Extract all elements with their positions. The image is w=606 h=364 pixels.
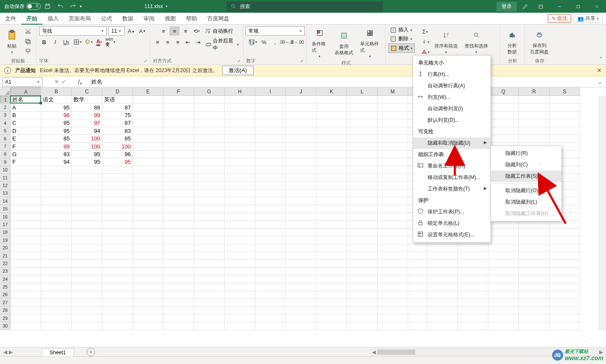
- cell[interactable]: [102, 244, 133, 252]
- cell-data[interactable]: 97: [72, 119, 102, 127]
- cell[interactable]: [133, 244, 163, 252]
- align-top-icon[interactable]: ≡: [158, 26, 169, 36]
- cell[interactable]: [133, 307, 163, 314]
- cell-data[interactable]: 96: [41, 112, 72, 119]
- cell[interactable]: [408, 299, 427, 306]
- cell[interactable]: [41, 260, 72, 267]
- cell[interactable]: [255, 127, 286, 135]
- cell[interactable]: [11, 260, 41, 267]
- maximize-button[interactable]: [569, 0, 587, 13]
- cell[interactable]: [316, 260, 347, 267]
- cell[interactable]: [194, 182, 225, 189]
- tab-帮助[interactable]: 帮助: [181, 13, 202, 25]
- select-all-corner[interactable]: [0, 87, 11, 96]
- cell-data[interactable]: 87: [102, 104, 133, 111]
- cell[interactable]: [550, 127, 580, 135]
- cell[interactable]: [255, 143, 286, 150]
- cell[interactable]: [225, 314, 255, 322]
- cell[interactable]: [550, 96, 580, 104]
- cell[interactable]: [378, 244, 408, 252]
- cell[interactable]: [133, 283, 163, 291]
- cell[interactable]: [316, 104, 347, 111]
- cell[interactable]: [378, 190, 408, 197]
- cell[interactable]: [427, 244, 458, 252]
- col-header-F[interactable]: F: [163, 87, 194, 96]
- cell[interactable]: [286, 166, 316, 174]
- cell[interactable]: [378, 268, 408, 275]
- row-header-6[interactable]: 6: [0, 135, 11, 143]
- cell[interactable]: [378, 158, 408, 166]
- tab-审阅[interactable]: 审阅: [138, 13, 160, 25]
- cell[interactable]: [11, 174, 41, 182]
- cell[interactable]: [102, 236, 133, 244]
- cell[interactable]: [194, 260, 225, 267]
- cell[interactable]: [255, 299, 286, 306]
- cell[interactable]: [225, 174, 255, 182]
- cell[interactable]: [163, 190, 194, 197]
- cell[interactable]: [255, 205, 286, 213]
- cell-data[interactable]: 100: [72, 143, 102, 150]
- cell[interactable]: [163, 236, 194, 244]
- cell[interactable]: [488, 104, 519, 111]
- cell[interactable]: [255, 268, 286, 275]
- cell[interactable]: [163, 96, 194, 104]
- cell[interactable]: [163, 104, 194, 111]
- cell[interactable]: [347, 127, 378, 135]
- name-box[interactable]: A1▾: [2, 77, 42, 87]
- cell[interactable]: [378, 96, 408, 104]
- cell[interactable]: [41, 291, 72, 299]
- cell-data[interactable]: C: [11, 119, 41, 127]
- cell[interactable]: [458, 299, 488, 306]
- menu-col-width[interactable]: 列宽(W)...: [413, 92, 490, 103]
- cell[interactable]: [286, 205, 316, 213]
- cell[interactable]: [102, 174, 133, 182]
- cell[interactable]: [488, 236, 519, 244]
- cell[interactable]: [72, 314, 102, 322]
- submenu-unhide-rows[interactable]: 取消隐藏行(O): [491, 185, 561, 196]
- cell[interactable]: [133, 119, 163, 127]
- cell[interactable]: [255, 291, 286, 299]
- cell[interactable]: [347, 229, 378, 236]
- cell[interactable]: [102, 166, 133, 174]
- cell[interactable]: [72, 236, 102, 244]
- cell[interactable]: [316, 236, 347, 244]
- col-header-Q[interactable]: Q: [488, 87, 519, 96]
- cell[interactable]: [427, 260, 458, 267]
- activate-button[interactable]: 激活(A): [222, 66, 254, 75]
- cell[interactable]: [133, 182, 163, 189]
- font-size-select[interactable]: 11▾: [108, 26, 125, 36]
- formula-input[interactable]: 姓名: [87, 78, 594, 86]
- cell[interactable]: [11, 275, 41, 283]
- cell[interactable]: [316, 143, 347, 150]
- cell[interactable]: [41, 314, 72, 322]
- row-header-21[interactable]: 21: [0, 252, 11, 260]
- cell[interactable]: [72, 268, 102, 275]
- vertical-scrollbar[interactable]: [599, 96, 606, 330]
- cell[interactable]: [133, 158, 163, 166]
- cell[interactable]: [550, 236, 580, 244]
- cell[interactable]: [550, 268, 580, 275]
- cell-data[interactable]: 94: [72, 127, 102, 135]
- cell[interactable]: [163, 166, 194, 174]
- cell[interactable]: [41, 268, 72, 275]
- row-header-13[interactable]: 13: [0, 190, 11, 197]
- align-left-icon[interactable]: ≡: [153, 37, 162, 47]
- cell[interactable]: [11, 307, 41, 314]
- cell[interactable]: [163, 268, 194, 275]
- cell-data[interactable]: 93: [41, 151, 72, 158]
- tab-页面布局[interactable]: 页面布局: [64, 13, 96, 25]
- cell[interactable]: [519, 244, 550, 252]
- cell[interactable]: [255, 322, 286, 330]
- cell[interactable]: [225, 96, 255, 104]
- cell[interactable]: [225, 275, 255, 283]
- cell[interactable]: [550, 252, 580, 260]
- add-sheet-button[interactable]: +: [87, 348, 95, 356]
- cancel-formula-icon[interactable]: ✕: [54, 78, 59, 85]
- cell[interactable]: [72, 229, 102, 236]
- cell[interactable]: [194, 275, 225, 283]
- cell[interactable]: [378, 299, 408, 306]
- cell[interactable]: [41, 182, 72, 189]
- submenu-unhide-cols[interactable]: 取消隐藏列(L): [491, 196, 561, 208]
- cell[interactable]: [163, 291, 194, 299]
- cell[interactable]: [225, 151, 255, 158]
